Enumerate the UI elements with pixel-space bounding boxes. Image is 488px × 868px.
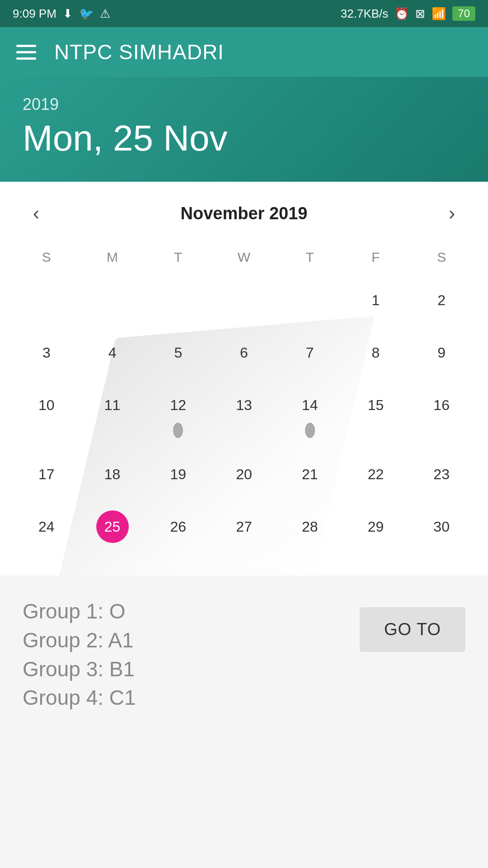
calendar-day-16[interactable]: 16 — [408, 379, 474, 448]
calendar-day-14[interactable]: 14 — [277, 379, 343, 448]
group-line-4: Group 4: C1 — [23, 684, 136, 712]
calendar-day-28[interactable]: 28 — [277, 500, 343, 553]
date-header: 2019 Mon, 25 Nov — [0, 77, 488, 182]
event-dot — [305, 423, 315, 438]
calendar-day-22[interactable]: 22 — [343, 448, 409, 500]
hamburger-menu[interactable] — [16, 45, 36, 60]
calendar-day-empty-02 — [145, 274, 211, 326]
calendar-day-empty-01 — [80, 274, 145, 326]
day-header-wed: W — [211, 245, 277, 269]
calendar-day-25[interactable]: 25 — [80, 500, 145, 553]
calendar-day-11[interactable]: 11 — [80, 379, 145, 448]
calendar-dates: 1234567891011121314151617181920212223242… — [14, 274, 474, 553]
day-header-mon: M — [80, 245, 145, 269]
calendar-nav: ‹ November 2019 › — [14, 200, 474, 227]
date-full: Mon, 25 Nov — [23, 118, 465, 159]
calendar-day-20[interactable]: 20 — [211, 448, 277, 500]
calendar-section: ‹ November 2019 › S M T W T F S 12345678… — [0, 182, 488, 576]
calendar-day-19[interactable]: 19 — [145, 448, 211, 500]
status-bar: 9:09 PM ⬇ 🐦 ⚠ 32.7KB/s ⏰ ⊠ 📶 70 — [0, 0, 488, 27]
calendar-day-15[interactable]: 15 — [343, 379, 409, 448]
calendar-day-2[interactable]: 2 — [408, 274, 474, 326]
day-header-thu: T — [277, 245, 343, 269]
calendar-day-1[interactable]: 1 — [343, 274, 409, 326]
calendar-day-9[interactable]: 9 — [408, 326, 474, 379]
calendar-day-21[interactable]: 21 — [277, 448, 343, 500]
next-month-button[interactable]: › — [438, 200, 465, 227]
day-header-sun: S — [14, 245, 80, 269]
battery-indicator: 70 — [452, 6, 475, 21]
calendar-day-empty-00 — [14, 274, 80, 326]
alarm-icon: ⏰ — [394, 7, 409, 21]
day-header-tue: T — [145, 245, 211, 269]
group-line-2: Group 2: A1 — [23, 627, 136, 654]
hamburger-line-2 — [16, 51, 36, 53]
close-icon: ⊠ — [415, 7, 425, 21]
calendar-day-26[interactable]: 26 — [145, 500, 211, 553]
month-label: November 2019 — [181, 204, 308, 223]
app-title: NTPC SIMHADRI — [54, 40, 224, 64]
calendar-day-5[interactable]: 5 — [145, 326, 211, 379]
calendar-day-4[interactable]: 4 — [80, 326, 145, 379]
day-headers: S M T W T F S — [14, 245, 474, 269]
calendar-day-12[interactable]: 12 — [145, 379, 211, 448]
wifi-icon: 📶 — [432, 7, 446, 21]
calendar-day-17[interactable]: 17 — [14, 448, 80, 500]
calendar-day-13[interactable]: 13 — [211, 379, 277, 448]
status-left: 9:09 PM ⬇ 🐦 ⚠ — [13, 7, 110, 21]
calendar-day-18[interactable]: 18 — [80, 448, 145, 500]
hamburger-line-1 — [16, 45, 36, 47]
bird-icon: 🐦 — [79, 7, 94, 21]
calendar-day-empty-03 — [211, 274, 277, 326]
day-header-fri: F — [343, 245, 409, 269]
app-bar: NTPC SIMHADRI — [0, 27, 488, 77]
prev-month-button[interactable]: ‹ — [23, 200, 50, 227]
calendar-day-30[interactable]: 30 — [408, 500, 474, 553]
status-right: 32.7KB/s ⏰ ⊠ 📶 70 — [341, 6, 475, 21]
group-line-3: Group 3: B1 — [23, 656, 136, 683]
calendar-day-8[interactable]: 8 — [343, 326, 409, 379]
date-year: 2019 — [23, 95, 465, 114]
calendar-day-10[interactable]: 10 — [14, 379, 80, 448]
network-speed: 32.7KB/s — [341, 7, 389, 21]
calendar-day-29[interactable]: 29 — [343, 500, 409, 553]
download-icon: ⬇ — [63, 7, 73, 21]
calendar-day-24[interactable]: 24 — [14, 500, 80, 553]
calendar-day-27[interactable]: 27 — [211, 500, 277, 553]
hamburger-line-3 — [16, 57, 36, 60]
info-section: Group 1: OGroup 2: A1Group 3: B1Group 4:… — [0, 576, 488, 730]
calendar-day-23[interactable]: 23 — [408, 448, 474, 500]
warning-icon: ⚠ — [100, 7, 110, 21]
status-time: 9:09 PM — [13, 7, 56, 21]
event-dot — [173, 423, 183, 438]
calendar-day-6[interactable]: 6 — [211, 326, 277, 379]
calendar-day-3[interactable]: 3 — [14, 326, 80, 379]
go-to-button[interactable]: GO TO — [360, 607, 465, 652]
group-info: Group 1: OGroup 2: A1Group 3: B1Group 4:… — [23, 598, 136, 712]
calendar-day-7[interactable]: 7 — [277, 326, 343, 379]
calendar-day-empty-04 — [277, 274, 343, 326]
calendar-grid: S M T W T F S 12345678910111213141516171… — [14, 245, 474, 553]
group-line-1: Group 1: O — [23, 598, 136, 625]
day-header-sat: S — [408, 245, 474, 269]
